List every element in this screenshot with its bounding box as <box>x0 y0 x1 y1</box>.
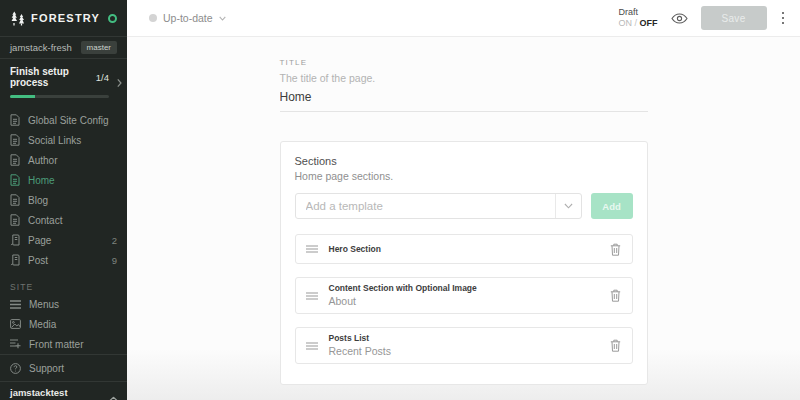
main-area: Up-to-date Draft ON / OFF Save <box>127 0 800 400</box>
sidebar-item-count: 2 <box>112 235 117 246</box>
forestry-tree-icon <box>10 10 26 26</box>
brand-name: FORESTRY <box>31 12 100 24</box>
setup-progress-bar <box>10 95 109 98</box>
sidebar-item-social-links[interactable]: Social Links <box>0 130 127 150</box>
page-icon <box>10 154 20 166</box>
section-template-name: Posts List <box>329 333 609 344</box>
chevron-down-icon[interactable] <box>555 194 581 218</box>
app-root: FORESTRY jamstack-fresh master Finish se… <box>0 0 800 400</box>
chevron-down-icon <box>219 16 226 21</box>
support-section: Support <box>0 354 127 381</box>
topbar: Up-to-date Draft ON / OFF Save <box>127 0 800 37</box>
sidebar-item-media[interactable]: Media <box>0 314 127 334</box>
account-switcher[interactable]: jamstacktest Admin <box>0 381 127 400</box>
finish-setup-banner[interactable]: Finish setup process 1/4 <box>0 59 127 106</box>
add-template-row: Add <box>295 193 633 219</box>
title-field: TITLE The title of the page. <box>280 58 648 112</box>
site-nav: Menus Media Front matter <box>0 294 127 354</box>
drag-handle-icon[interactable] <box>306 292 318 300</box>
sidebar-item-label: Media <box>29 319 56 330</box>
sidebar-item-support[interactable]: Support <box>0 358 127 378</box>
sidebar-item-label: Page <box>28 235 51 246</box>
chevron-up-icon <box>109 397 118 400</box>
menus-icon <box>10 300 21 309</box>
sidebar-item-contact[interactable]: Contact <box>0 210 127 230</box>
sidebar-item-blog[interactable]: Blog <box>0 190 127 210</box>
collection-icon <box>10 234 20 246</box>
sections-description: Home page sections. <box>295 170 633 182</box>
trash-icon[interactable] <box>609 288 622 303</box>
media-icon <box>10 319 21 329</box>
draft-slash: / <box>634 18 637 28</box>
sidebar-item-menus[interactable]: Menus <box>0 294 127 314</box>
sidebar-item-page[interactable]: Page 2 <box>0 230 127 250</box>
sidebar-item-label: Author <box>28 155 57 166</box>
kebab-menu-icon[interactable] <box>780 10 787 27</box>
section-row-text: Content Section with Optional Image Abou… <box>329 283 609 308</box>
sidebar-item-label: Contact <box>28 215 62 226</box>
sidebar-item-label: Front matter <box>29 339 83 350</box>
sidebar-nav: Global Site Config Social Links Author H… <box>0 110 127 270</box>
editor-content: TITLE The title of the page. Sections Ho… <box>127 37 800 400</box>
sidebar-item-label: Global Site Config <box>28 115 109 126</box>
add-template-button[interactable]: Add <box>591 193 633 219</box>
template-select[interactable] <box>295 193 582 219</box>
save-button[interactable]: Save <box>701 6 767 30</box>
sidebar-item-label: Support <box>29 363 64 374</box>
section-row-text: Posts List Recent Posts <box>329 333 609 358</box>
section-template-name: Hero Section <box>329 244 609 255</box>
setup-progress-fill <box>10 95 35 98</box>
sidebar-item-label: Blog <box>28 195 48 206</box>
sections-list: Hero Section Content Section with Option <box>295 234 633 364</box>
section-row-text: Hero Section <box>329 244 609 255</box>
section-row[interactable]: Content Section with Optional Image Abou… <box>295 277 633 314</box>
draft-on-option[interactable]: ON <box>618 18 632 28</box>
sidebar-item-global-site-config[interactable]: Global Site Config <box>0 110 127 130</box>
sidebar: FORESTRY jamstack-fresh master Finish se… <box>0 0 127 400</box>
preview-eye-icon[interactable] <box>671 13 688 24</box>
sidebar-item-label: Post <box>28 255 48 266</box>
sections-card: Sections Home page sections. Add <box>280 141 648 385</box>
repo-row[interactable]: jamstack-fresh master <box>0 37 127 59</box>
site-status-ring-icon <box>108 14 117 23</box>
draft-toggle[interactable]: Draft ON / OFF <box>618 7 657 29</box>
sidebar-item-author[interactable]: Author <box>0 150 127 170</box>
draft-off-option[interactable]: OFF <box>640 18 658 28</box>
page-icon <box>10 214 20 226</box>
sync-status-label: Up-to-date <box>163 12 213 24</box>
trash-icon[interactable] <box>609 242 622 257</box>
title-input[interactable] <box>280 86 648 112</box>
setup-progress-count: 1/4 <box>96 72 109 83</box>
page-icon <box>10 174 20 186</box>
chevron-right-icon <box>117 78 122 87</box>
account-name: jamstacktest <box>10 387 117 398</box>
sidebar-item-label: Home <box>28 175 55 186</box>
draft-label: Draft <box>618 7 657 18</box>
sync-status-dropdown[interactable]: Up-to-date <box>149 12 226 24</box>
drag-handle-icon[interactable] <box>306 342 318 350</box>
sidebar-item-home[interactable]: Home <box>0 170 127 190</box>
template-select-input[interactable] <box>296 194 555 218</box>
drag-handle-icon[interactable] <box>306 245 318 253</box>
trash-icon[interactable] <box>609 338 622 353</box>
sidebar-item-front-matter[interactable]: Front matter <box>0 334 127 354</box>
frontmatter-icon <box>10 339 21 349</box>
sections-label: Sections <box>295 155 633 167</box>
title-field-description: The title of the page. <box>280 72 648 84</box>
page-icon <box>10 114 20 126</box>
sidebar-item-post[interactable]: Post 9 <box>0 250 127 270</box>
section-value: About <box>329 294 609 308</box>
page-icon <box>10 194 20 206</box>
page-icon <box>10 134 20 146</box>
sync-status-icon <box>149 14 157 22</box>
sidebar-item-label: Social Links <box>28 135 81 146</box>
help-icon <box>10 363 21 374</box>
app-logo[interactable]: FORESTRY <box>0 0 127 37</box>
sidebar-item-count: 9 <box>112 255 117 266</box>
setup-label: Finish setup process <box>10 66 96 88</box>
section-template-name: Content Section with Optional Image <box>329 283 609 294</box>
section-row[interactable]: Posts List Recent Posts <box>295 327 633 364</box>
section-row[interactable]: Hero Section <box>295 234 633 264</box>
site-section-heading: SITE <box>10 282 117 292</box>
branch-badge: master <box>81 41 117 54</box>
